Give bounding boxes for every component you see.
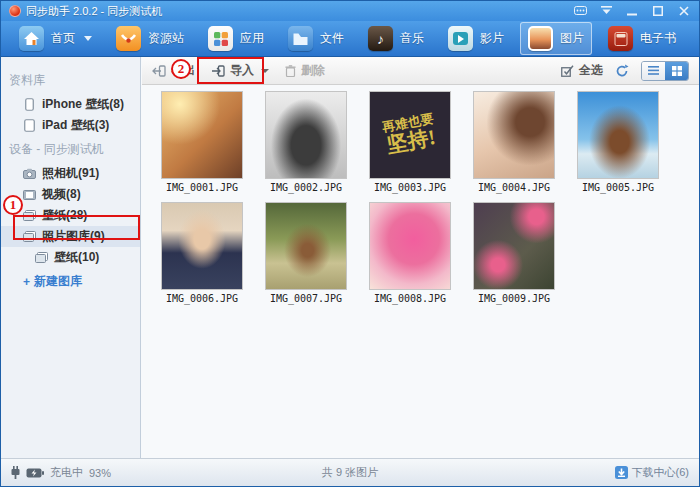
minimize-icon[interactable]	[625, 5, 639, 17]
ipad-icon	[23, 119, 36, 132]
grid-view-button[interactable]	[665, 62, 688, 80]
grid-view-icon	[672, 66, 682, 76]
sidebar-item-wallpaper-10[interactable]: 壁纸(10)	[1, 247, 140, 268]
annotation-step-2: 2	[171, 59, 191, 79]
export-icon	[152, 65, 166, 77]
music-icon: ♪	[368, 26, 393, 51]
sidebar-item-label: 照片图库(9)	[42, 228, 105, 245]
sidebar-item-new-album[interactable]: + 新建图库	[1, 268, 140, 290]
photo-thumbnail[interactable]	[577, 91, 659, 179]
photo-item[interactable]: IMG_0001.JPG	[150, 91, 254, 193]
photo-row: IMG_0001.JPG IMG_0002.JPG 再难也要 坚持! IMG_0…	[150, 91, 699, 193]
app-window: 同步助手 2.0.2 - 同步测试机 首页	[0, 0, 700, 487]
maximize-icon[interactable]	[651, 5, 665, 17]
photo-item[interactable]: IMG_0005.JPG	[566, 91, 670, 193]
nav-item-movies[interactable]: 影片	[440, 22, 512, 55]
nav-item-label: 影片	[480, 30, 504, 47]
photo-filename: IMG_0007.JPG	[270, 293, 342, 304]
nav-item-music[interactable]: ♪ 音乐	[360, 22, 432, 55]
refresh-icon	[615, 64, 629, 78]
photo-thumbnail[interactable]	[369, 202, 451, 290]
nav-item-label: 音乐	[400, 30, 424, 47]
nav-item-more[interactable]: 更多功能	[692, 22, 700, 55]
photo-thumbnail[interactable]	[161, 91, 243, 179]
device-status: 充电中 93%	[11, 465, 111, 480]
trash-icon	[285, 65, 296, 77]
nav-item-ebook[interactable]: 电子书	[600, 22, 684, 55]
import-icon	[211, 65, 225, 77]
import-button[interactable]: 导入	[211, 62, 269, 79]
sidebar-item-ipad-wallpaper[interactable]: iPad 壁纸(3)	[1, 115, 140, 136]
photo-overlay-text: 再难也要 坚持!	[381, 112, 439, 158]
nav-item-home[interactable]: 首页	[11, 22, 100, 55]
charging-label: 充电中	[50, 465, 83, 480]
photo-thumbnail[interactable]	[473, 202, 555, 290]
delete-button[interactable]: 删除	[285, 62, 325, 79]
photo-filename: IMG_0005.JPG	[582, 182, 654, 193]
photo-thumbnail[interactable]	[161, 202, 243, 290]
annotation-step-1: 1	[3, 195, 23, 215]
nav-item-files[interactable]: 文件	[280, 22, 352, 55]
sidebar-item-camera[interactable]: 照相机(91)	[1, 163, 140, 184]
photo-filename: IMG_0006.JPG	[166, 293, 238, 304]
photo-thumbnail[interactable]	[265, 202, 347, 290]
titlebar: 同步助手 2.0.2 - 同步测试机	[1, 1, 699, 21]
photo-row: IMG_0006.JPG IMG_0007.JPG IMG_0008.JPG I…	[150, 202, 699, 304]
content-toolbar: 导出 导入 删除 全选	[142, 57, 699, 85]
sidebar-item-photo-library[interactable]: 照片图库(9)	[1, 226, 140, 247]
film-icon	[23, 188, 36, 201]
chevron-down-icon	[84, 36, 92, 41]
photo-item[interactable]: IMG_0006.JPG	[150, 202, 254, 304]
photo-filename: IMG_0002.JPG	[270, 182, 342, 193]
photo-thumbnail[interactable]: 再难也要 坚持!	[369, 91, 451, 179]
photo-thumbnail[interactable]	[473, 91, 555, 179]
photo-item[interactable]: IMG_0008.JPG	[358, 202, 462, 304]
list-view-button[interactable]	[642, 62, 665, 80]
nav-item-store[interactable]: 资源站	[108, 22, 192, 55]
apps-icon	[208, 26, 233, 51]
movies-icon	[448, 26, 473, 51]
sidebar-section-device: 设备 - 同步测试机	[1, 136, 140, 163]
battery-charging-icon	[26, 468, 44, 478]
app-logo-icon	[9, 5, 21, 17]
photo-item[interactable]: IMG_0007.JPG	[254, 202, 358, 304]
camera-icon	[23, 167, 36, 180]
sidebar-item-iphone-wallpaper[interactable]: iPhone 壁纸(8)	[1, 94, 140, 115]
download-center-label: 下载中心(6)	[632, 465, 689, 480]
download-center-button[interactable]: 下载中心(6)	[615, 465, 689, 480]
close-icon[interactable]	[677, 5, 691, 17]
delete-label: 删除	[301, 62, 325, 79]
album-icon	[35, 251, 48, 264]
photo-item[interactable]: IMG_0002.JPG	[254, 91, 358, 193]
wallpaper-icon	[23, 209, 36, 222]
photo-item[interactable]: IMG_0004.JPG	[462, 91, 566, 193]
import-label: 导入	[230, 62, 254, 79]
feedback-icon[interactable]	[573, 5, 587, 17]
nav-item-photos[interactable]: 图片	[520, 22, 592, 55]
photo-thumbnail[interactable]	[265, 91, 347, 179]
photo-item[interactable]: IMG_0009.JPG	[462, 202, 566, 304]
sidebar-item-label: 新建图库	[34, 273, 82, 290]
refresh-button[interactable]	[615, 64, 629, 78]
collapse-icon[interactable]	[599, 5, 613, 17]
sidebar-item-label: 壁纸(10)	[54, 249, 99, 266]
select-all-button[interactable]: 全选	[561, 62, 603, 79]
nav-item-apps[interactable]: 应用	[200, 22, 272, 55]
select-all-icon	[561, 65, 574, 77]
album-icon	[23, 230, 36, 243]
nav-item-label: 资源站	[148, 30, 184, 47]
window-title: 同步助手 2.0.2 - 同步测试机	[26, 4, 162, 19]
content-toolbar-right: 全选	[561, 61, 689, 81]
sidebar-item-label: iPad 壁纸(3)	[42, 117, 109, 134]
photo-item[interactable]: 再难也要 坚持! IMG_0003.JPG	[358, 91, 462, 193]
nav-item-label: 应用	[240, 30, 264, 47]
sidebar-section-library: 资料库	[1, 67, 140, 94]
photo-grid: IMG_0001.JPG IMG_0002.JPG 再难也要 坚持! IMG_0…	[142, 86, 699, 458]
nav-item-label: 电子书	[640, 30, 676, 47]
window-controls	[573, 5, 691, 17]
nav-item-label: 图片	[560, 30, 584, 47]
photo-filename: IMG_0004.JPG	[478, 182, 550, 193]
usb-icon	[11, 466, 20, 479]
photos-icon	[528, 26, 553, 51]
sidebar-item-label: 照相机(91)	[42, 165, 99, 182]
